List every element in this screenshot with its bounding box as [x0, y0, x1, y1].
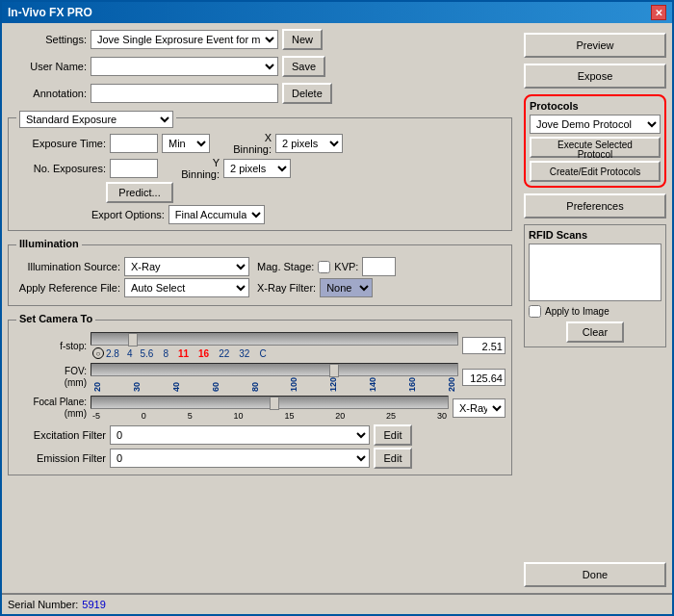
protocols-box: Protocols Jove Demo Protocol Execute Sel… — [524, 94, 666, 188]
settings-dropdown[interactable]: Jove Single Exprosure Event for making a… — [91, 30, 278, 49]
exposure-time-label: Exposure Time: — [14, 138, 106, 149]
excitation-dropdown[interactable]: 0 — [110, 425, 370, 445]
fov-tick-40: 40 — [171, 377, 181, 392]
annotation-label: Annotation: — [8, 88, 87, 99]
focal-tick-25: 25 — [386, 411, 396, 421]
exposure-unit-dropdown[interactable]: Min — [162, 134, 210, 153]
y-binning-label: Y Binning: — [181, 157, 220, 180]
rfid-title: RFID Scans — [529, 229, 661, 241]
focal-tick-10: 10 — [234, 411, 244, 421]
title-bar: In-Vivo FX PRO ✕ — [2, 2, 672, 23]
no-exposures-input[interactable]: 1 — [110, 159, 158, 178]
apply-to-image-row: Apply to Image — [529, 305, 661, 318]
expose-button[interactable]: Expose — [524, 64, 666, 89]
predict-button[interactable]: Predict... — [106, 182, 173, 203]
fstop-row: f-stop: ○ 2.8 4 5.6 8 — [14, 332, 506, 359]
export-label: Export Options: — [91, 209, 165, 220]
mag-stage-checkbox[interactable] — [318, 261, 330, 273]
exposure-type-dropdown[interactable]: Standard Exposure — [19, 111, 173, 128]
fov-tick-140: 140 — [368, 377, 377, 392]
fov-tick-100: 100 — [289, 377, 298, 392]
standard-exposure-section: Standard Exposure Exposure Time: 2.000 M… — [8, 117, 512, 231]
settings-label: Settings: — [8, 34, 87, 45]
preview-button[interactable]: Preview — [524, 33, 666, 58]
preferences-button[interactable]: Preferences — [524, 193, 666, 218]
status-bar: Serial Number: 5919 — [2, 593, 672, 614]
emission-row: Emission Filter 0 Edit — [14, 448, 506, 469]
x-binning-label: X Binning: — [233, 132, 272, 155]
ref-file-dropdown[interactable]: Auto Select — [124, 278, 249, 297]
x-binning-dropdown[interactable]: 2 pixels — [275, 134, 343, 153]
fstop-16: 16 — [198, 348, 209, 359]
exposure-time-row: Exposure Time: 2.000 Min X Binning: 2 pi… — [14, 132, 506, 155]
exposure-time-input[interactable]: 2.000 — [110, 134, 158, 153]
right-panel: Preview Expose Protocols Jove Demo Proto… — [518, 23, 672, 593]
window-title: In-Vivo FX PRO — [8, 6, 92, 19]
focal-label: Focal Plane:(mm) — [14, 397, 87, 420]
fov-tick-20: 20 — [92, 377, 102, 392]
focal-dropdown[interactable]: X-Ray — [453, 398, 506, 418]
fstop-label: f-stop: — [14, 341, 87, 351]
fov-label: FOV:(mm) — [14, 366, 87, 389]
camera-section: Set Camera To f-stop: ○ 2.8 — [8, 320, 512, 475]
ref-file-row: Apply Reference File: Auto Select X-Ray … — [14, 278, 506, 297]
source-dropdown[interactable]: X-Ray — [124, 257, 249, 276]
fov-value: 125.64 — [462, 369, 506, 386]
excitation-label: Excitation Filter — [14, 429, 106, 441]
serial-value: 5919 — [82, 599, 105, 610]
fstop-track[interactable] — [91, 332, 458, 346]
focal-track[interactable] — [91, 396, 449, 409]
save-button[interactable]: Save — [282, 56, 325, 77]
camera-title: Set Camera To — [16, 313, 95, 324]
apply-to-image-checkbox[interactable] — [529, 305, 541, 318]
fstop-32: 32 — [239, 348, 249, 359]
new-button[interactable]: New — [282, 29, 323, 50]
username-dropdown[interactable] — [91, 57, 278, 76]
main-window: In-Vivo FX PRO ✕ Settings: Jove Single E… — [0, 0, 674, 616]
focal-tick-5: 5 — [188, 411, 193, 421]
rfid-box: RFID Scans Apply to Image Clear — [524, 224, 666, 347]
rfid-image-area — [529, 244, 661, 301]
fstop-8: 8 — [163, 348, 168, 359]
fov-tick-200: 200 — [447, 377, 456, 392]
close-button[interactable]: ✕ — [651, 5, 666, 20]
apply-to-image-label: Apply to Image — [545, 306, 609, 317]
xray-filter-label: X-Ray Filter: — [257, 282, 316, 294]
excitation-edit-button[interactable]: Edit — [374, 424, 412, 446]
focal-row: Focal Plane:(mm) -5 0 5 10 15 — [14, 396, 506, 421]
focal-tick-0: 0 — [142, 411, 146, 421]
standard-exposure-title: Standard Exposure — [16, 111, 176, 128]
settings-row: Settings: Jove Single Exprosure Event fo… — [8, 29, 512, 50]
fstop-value: 2.51 — [462, 337, 506, 354]
protocol-dropdown[interactable]: Jove Demo Protocol — [530, 115, 661, 134]
excitation-row: Excitation Filter 0 Edit — [14, 424, 506, 446]
illumination-source-row: Illumination Source: X-Ray Mag. Stage: K… — [14, 257, 506, 276]
focal-tick-15: 15 — [284, 411, 294, 421]
focal-tick--5: -5 — [92, 411, 100, 421]
execute-protocol-button[interactable]: Execute Selected Protocol — [530, 137, 661, 158]
kvp-label: KVP: — [334, 261, 358, 272]
mag-stage-label: Mag. Stage: — [257, 261, 314, 272]
y-binning-dropdown[interactable]: 2 pixels — [223, 159, 291, 178]
serial-label: Serial Number: — [8, 599, 78, 610]
fov-row: FOV:(mm) 20 30 40 60 80 100 — [14, 363, 506, 392]
left-panel: Settings: Jove Single Exprosure Event fo… — [2, 23, 518, 593]
fstop-22: 22 — [219, 348, 229, 359]
delete-button[interactable]: Delete — [282, 83, 332, 104]
emission-edit-button[interactable]: Edit — [374, 448, 412, 469]
create-protocols-button[interactable]: Create/Edit Protocols — [530, 161, 661, 182]
emission-dropdown[interactable]: 0 — [110, 449, 370, 468]
fov-track[interactable] — [91, 363, 458, 376]
done-button[interactable]: Done — [524, 562, 666, 587]
clear-button[interactable]: Clear — [566, 321, 624, 343]
fov-tick-120: 120 — [328, 377, 338, 392]
annotation-input[interactable] — [91, 84, 278, 103]
illumination-title: Illumination — [16, 238, 82, 249]
export-dropdown[interactable]: Final Accumulatior — [168, 205, 265, 224]
no-exposures-row: No. Exposures: 1 Y Binning: 2 pixels — [14, 157, 506, 180]
kvp-input[interactable]: 35 — [362, 257, 396, 276]
predict-row: Predict... — [14, 182, 506, 203]
export-row: Export Options: Final Accumulatior — [14, 205, 506, 224]
xray-filter-dropdown[interactable]: None — [320, 278, 373, 297]
fstop-11: 11 — [178, 348, 189, 359]
